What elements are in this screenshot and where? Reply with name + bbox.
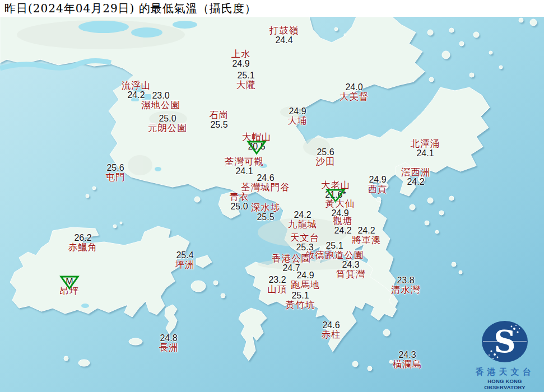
station-name: 赤鱲角: [38, 242, 128, 252]
station-name: 元朗公園: [123, 123, 212, 133]
station: 24.8長洲: [124, 333, 213, 352]
station-name: 流浮山: [91, 81, 181, 90]
station-value: M: [25, 277, 114, 286]
station: 北潭涌24.1: [380, 139, 470, 158]
station-name: 青衣: [194, 192, 284, 202]
station-value: 25.6: [281, 147, 370, 157]
page-title: 昨日(2024年04月29日) 的最低氣溫（攝氏度）: [4, 1, 257, 16]
station-name: 濕地公園: [116, 100, 206, 110]
station: 24.0大美督: [309, 82, 399, 101]
station-value: 24.6: [286, 320, 376, 330]
station-name: 上水: [196, 49, 286, 59]
station-value: 23.0: [116, 91, 206, 100]
station: 25.0元朗公園: [123, 114, 212, 133]
logo-monogram: S: [494, 324, 516, 360]
station: 24.3橫瀾島: [362, 350, 452, 369]
station-value: 24.0: [309, 82, 399, 92]
station-value: 23.2: [233, 275, 322, 284]
station-name: 大美督: [309, 92, 399, 101]
station-name: 荃灣可觀: [199, 157, 289, 166]
logo-name-chinese: 香港天文台: [468, 367, 542, 377]
station-name: 坪洲: [140, 260, 230, 269]
hko-logo: S 香港天文台 HONG KONG OBSERVATORY: [468, 320, 542, 390]
station: 23.8清水灣: [361, 276, 450, 295]
hko-logo-emblem: S: [481, 320, 529, 364]
station: 24.9大埔: [253, 106, 342, 125]
station: M昂坪: [25, 277, 114, 296]
station-name: 大隴: [201, 80, 291, 90]
station-value: 25.4: [140, 250, 230, 260]
station-name: 赤柱: [286, 330, 376, 339]
station-value: 23.8: [361, 276, 450, 285]
station-value: 25.1: [290, 241, 379, 250]
station: 打鼓嶺24.4: [239, 26, 329, 45]
station-name: 黃竹坑: [255, 300, 345, 310]
station: 26.2赤鱲角: [38, 233, 128, 252]
station-name: 長洲: [124, 343, 213, 352]
station-name: 屯門: [71, 172, 160, 182]
station-name: 北潭涌: [380, 139, 470, 148]
station-name: 大帽山: [212, 132, 301, 142]
station-value: 24.3: [306, 260, 396, 269]
station-name: 昂坪: [25, 286, 114, 296]
station-name: 橫瀾島: [362, 360, 452, 369]
station-value: 25.0: [123, 114, 212, 123]
station-name: 觀塘: [298, 216, 388, 226]
station-value: 24.1: [380, 148, 470, 158]
station-value: 26.2: [38, 233, 128, 242]
station-name: 沙田: [281, 157, 370, 166]
station-name: 打鼓嶺: [239, 26, 329, 35]
station-value: 24.8: [124, 333, 213, 343]
station-name: 大老山: [291, 180, 380, 190]
station-labels-layer: 打鼓嶺24.4上水24.925.1大隴流浮山24.224.0大美督23.0濕地公…: [0, 0, 544, 392]
station-value: 24.9: [253, 106, 342, 116]
station: 大老山21.6*: [291, 180, 380, 199]
station: 25.6沙田: [281, 147, 370, 166]
station-value: 24.3: [362, 350, 452, 360]
station-value: 24.4: [239, 35, 329, 45]
title-bar: 昨日(2024年04月29日) 的最低氣溫（攝氏度）: [0, 0, 544, 17]
station-value: 25.1: [255, 291, 345, 300]
logo-name-english: HONG KONG OBSERVATORY: [468, 378, 542, 390]
station-value: 24.9: [196, 59, 286, 68]
station-name: 大埔: [253, 116, 342, 125]
station: 25.6屯門: [71, 163, 160, 182]
station-value: 25.6: [71, 163, 160, 172]
station-name: 清水灣: [361, 285, 450, 295]
station-value: 25.1: [201, 71, 291, 80]
station: 25.1大隴: [201, 71, 291, 90]
station: 25.1黃竹坑: [255, 291, 345, 310]
station: 上水24.9: [196, 49, 286, 68]
station: 25.4坪洲: [140, 250, 230, 269]
station: 24.6赤柱: [286, 320, 376, 339]
station: 23.0濕地公園: [116, 91, 206, 110]
